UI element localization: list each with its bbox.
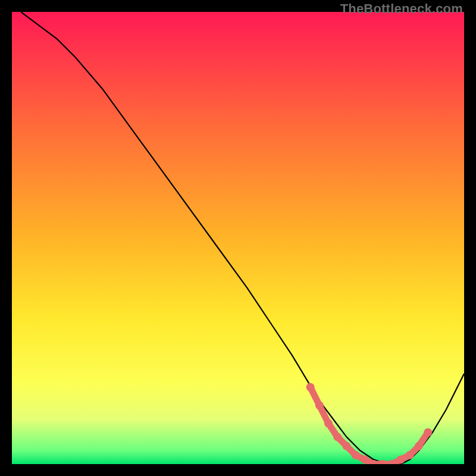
optimal-range-point — [333, 433, 342, 441]
optimal-range-point — [397, 455, 405, 464]
bottleneck-chart — [12, 12, 464, 464]
optimal-range-point — [324, 419, 333, 428]
gradient-background — [12, 12, 464, 464]
watermark-text: TheBottleneck.com — [340, 1, 463, 17]
optimal-range-point — [306, 383, 315, 392]
optimal-range-point — [424, 428, 432, 437]
optimal-range-point — [406, 451, 414, 459]
chart-frame: TheBottleneck.com — [0, 0, 476, 476]
optimal-range-point — [342, 442, 350, 450]
optimal-range-point — [315, 401, 324, 409]
optimal-range-point — [415, 442, 423, 450]
optimal-range-point — [361, 455, 369, 464]
optimal-range-point — [352, 451, 360, 459]
